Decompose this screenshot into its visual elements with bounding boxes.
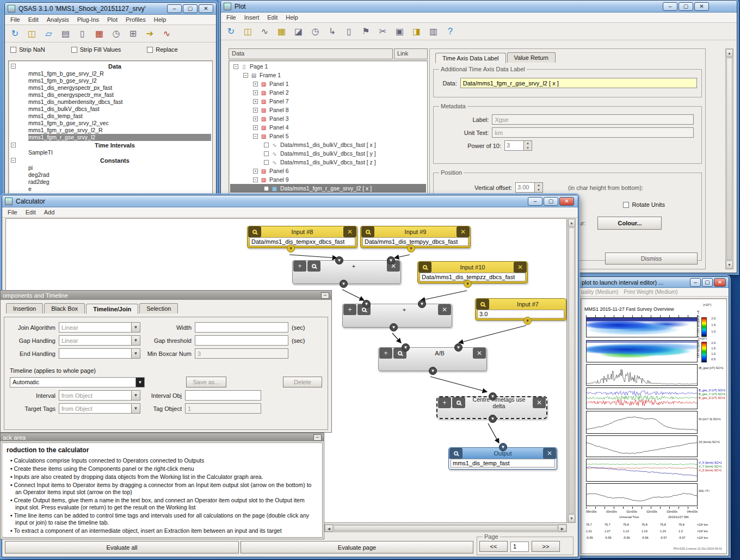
spin-up-icon[interactable]: ▲ [535,183,542,188]
spin-down-icon[interactable]: ▼ [535,188,542,193]
tag-object-input[interactable] [185,403,261,414]
close-icon[interactable]: ✕ [514,262,527,273]
input-slot[interactable]: ▼ [499,443,507,451]
tree-item[interactable]: ▦ Data/mms1_fgm_r_gse_srvy_l2 [ x ] [230,184,426,193]
tree-item[interactable]: − ▨ Panel 5 [230,132,426,140]
save-icon[interactable]: ◫ [25,27,39,40]
inspect-icon[interactable] [248,226,261,237]
interval-combo[interactable]: from Object▼ [59,390,140,401]
node-input-7-field[interactable] [477,310,564,318]
expander-icon[interactable]: + [253,99,258,104]
tree-item[interactable]: ∿ Data/mms1_dis_bulkV_dbcs_fast [ y ] [230,149,426,158]
minimize-button[interactable]: – [690,278,701,287]
close-button[interactable]: ✕ [694,2,709,11]
list-item[interactable]: deg2rad [28,171,211,179]
expander-icon[interactable] [264,151,269,156]
input-slot[interactable]: ▼ [362,300,371,308]
expander-icon[interactable]: + [253,108,258,113]
clipboard-icon[interactable]: ◪ [292,24,305,38]
input-slot[interactable]: ▼ [418,300,426,308]
close-icon[interactable]: ✕ [457,226,470,237]
colour-button[interactable]: Colour... [597,217,662,230]
data-import-icon[interactable]: ▦ [92,27,106,40]
collapse-icon[interactable]: − [11,158,16,163]
close-icon[interactable]: ✕ [533,397,546,408]
menu-item[interactable]: Help [286,14,298,21]
spin-down-icon[interactable]: ▼ [524,146,532,151]
qsas-title-bar[interactable]: QSAS 3.1.0 'MMS1_Shock_20151127_srvy' – … [5,3,216,15]
collapse-icon[interactable]: − [11,64,16,69]
menu-item[interactable]: Edit [26,209,36,216]
tree-item[interactable]: + ▨ Panel 8 [230,106,426,114]
input-slot[interactable]: ▼ [387,256,395,264]
tab-time-axis-data-label[interactable]: Time Axis Data Label [435,53,506,63]
add-icon[interactable]: + [293,261,306,272]
export-icon[interactable]: ➔ [143,27,157,40]
add-icon[interactable]: + [438,397,451,408]
minimize-icon[interactable]: – [313,434,322,441]
inspect-icon[interactable] [449,448,462,459]
plot-icon[interactable]: ∿ [160,27,174,40]
add-icon[interactable]: + [379,348,392,359]
menu-item[interactable]: Plug-Ins [77,16,99,23]
rotate-units-checkbox[interactable]: Rotate Units [623,201,665,208]
tree-item[interactable]: − ▨ Panel 9 [230,175,426,184]
output-slot[interactable]: ▼ [340,280,348,288]
menu-item[interactable]: File [8,209,17,216]
input-slot[interactable]: ▼ [402,343,410,352]
close-icon[interactable]: ✕ [543,448,556,459]
close-button[interactable]: ✕ [199,4,213,13]
label-icon[interactable]: ⚑ [359,24,373,38]
props-scrollbar[interactable]: ▲▼ [725,48,733,269]
constants-header[interactable]: −Constants [10,156,211,164]
node-input-9-field[interactable] [362,237,468,246]
close-icon[interactable]: ✕ [438,304,451,315]
output-slot[interactable]: ▼ [407,244,415,253]
inspect-icon[interactable] [418,262,431,273]
save-as-button[interactable]: Save as... [186,377,226,387]
list-item[interactable]: mms1_dis_energyspectr_mx_fast [28,91,211,99]
calculator-icon[interactable]: ⊞ [126,27,140,40]
list-item[interactable]: SampleTI [28,149,211,156]
refresh-icon[interactable]: ↻ [8,27,22,40]
menu-item[interactable]: File [10,16,20,23]
menu-item[interactable]: Profiles [126,16,146,23]
expander-icon[interactable] [264,160,269,165]
trash-icon[interactable]: ▯ [76,27,89,40]
menu-item[interactable]: Insert [244,14,260,21]
min-boxcar-input[interactable] [195,348,288,359]
components-title-bar[interactable]: omponents and Timeline – [1,291,331,300]
input-slot[interactable]: ▼ [489,392,497,401]
vertical-offset-stepper[interactable]: 3.00▲▼ [515,182,543,193]
output-slot[interactable]: ▼ [523,317,532,325]
minimize-button[interactable]: – [663,2,677,11]
tab[interactable]: Insertion [6,303,43,313]
axis-data-input[interactable] [460,78,697,88]
tree-item[interactable]: − ▯ Page 1 [230,62,426,71]
replace-checkbox[interactable]: Replace [147,46,177,53]
expander-icon[interactable] [264,186,269,191]
menu-item[interactable]: Help [154,16,166,23]
expander-icon[interactable]: − [233,64,238,69]
expander-icon[interactable]: + [253,169,258,174]
tree-item[interactable]: + ▨ Panel 7 [230,97,426,106]
list-item[interactable]: pi [28,164,211,171]
minimize-button[interactable]: – [528,197,542,206]
tree-item[interactable]: + ▨ Panel 4 [230,123,426,132]
paste-icon[interactable]: ◨ [410,24,423,38]
list-item[interactable]: mms1_dis_bulkV_dbcs_fast [28,106,211,113]
tab[interactable]: Black Box [44,303,85,313]
node-divide[interactable]: + A/B ✕ ▼ ▼ ▼ [378,347,487,371]
tab[interactable]: Timeline/Join [86,304,138,314]
plot-title-bar[interactable]: Plot – ▢ ✕ [221,1,737,13]
width-input[interactable] [195,322,288,333]
inspect-icon[interactable] [307,261,320,272]
list-item[interactable]: mms1_fgm_r_gse_srvy_l2 [28,134,211,141]
expander-icon[interactable]: + [253,82,258,87]
maximize-button[interactable]: ▢ [183,4,198,13]
node-input-9[interactable]: Input #9 ✕ ▼ [360,226,471,248]
input-slot[interactable]: ▼ [335,256,343,264]
tree-item[interactable]: + ▨ Panel 6 [230,167,426,175]
input-slot[interactable]: ▼ [454,343,462,352]
list-item[interactable]: mms1_dis_temp_fast [28,113,211,120]
